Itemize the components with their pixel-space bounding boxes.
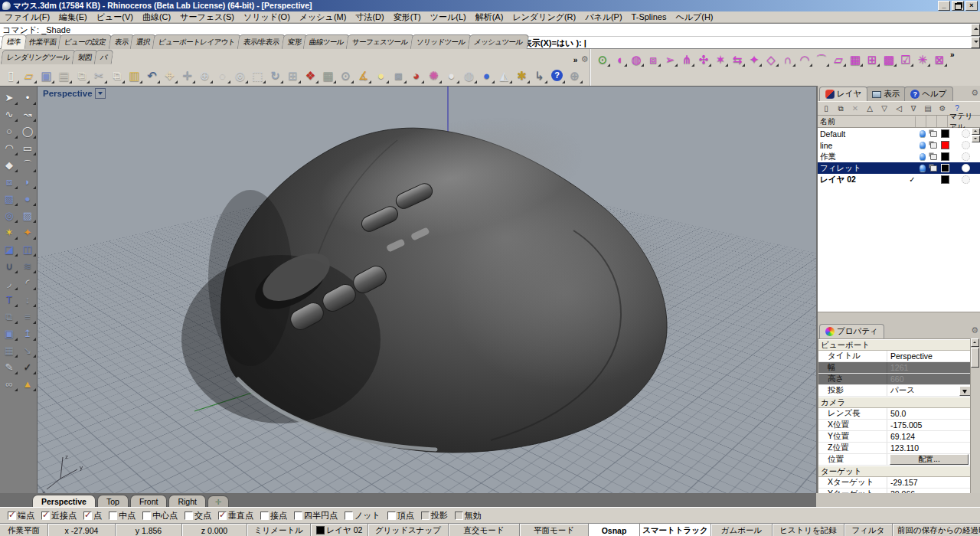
layer-color-swatch[interactable] <box>939 164 951 172</box>
layer-row[interactable]: フィレット <box>818 162 980 174</box>
pyramid-tool-button[interactable]: ▲ <box>18 375 37 392</box>
help-button[interactable]: ? <box>548 66 566 84</box>
polyline-tool-button[interactable]: ∿ <box>0 106 18 123</box>
display-rendered-sphere-button[interactable]: ● <box>478 66 495 84</box>
ts-star-pattern-button[interactable]: ✶ <box>712 51 729 67</box>
property-value[interactable]: -29.157 <box>887 478 971 487</box>
properties-scrollbar[interactable] <box>970 338 980 508</box>
toolbar-tab[interactable]: レンダリングツール <box>1 50 77 64</box>
tab-help[interactable]: ?ヘルプ <box>904 87 952 101</box>
ts-arch-button[interactable]: ∩ <box>779 51 796 67</box>
checkbox[interactable] <box>294 511 302 520</box>
layer-visibility-bulb-icon[interactable] <box>917 153 928 160</box>
toolbar-tab[interactable]: サーフェスツール <box>346 34 414 49</box>
layer-tools-button[interactable]: ⚙ <box>936 103 949 114</box>
arc-tool-button[interactable]: ◠ <box>0 139 18 156</box>
layer-material-circle[interactable] <box>951 164 980 172</box>
status-cell[interactable]: x -27.904 <box>47 524 115 536</box>
property-value[interactable]: -175.005 <box>887 420 971 430</box>
command-scroll-up-icon[interactable] <box>971 24 980 36</box>
zoom-selected-button[interactable]: ◎ <box>231 66 249 84</box>
checkbox[interactable] <box>83 511 92 520</box>
toolbar-tab[interactable]: メッシュツール <box>467 34 528 49</box>
restore-button[interactable] <box>952 1 964 11</box>
status-cell[interactable]: z 0.000 <box>181 524 247 536</box>
layer-row[interactable]: Default <box>818 128 980 139</box>
shaded-display-button[interactable]: ◕ <box>407 66 425 84</box>
status-cell[interactable]: ガムボール <box>710 524 772 536</box>
osnap-checkbox-item[interactable]: 交点 <box>185 510 211 521</box>
layer-visibility-bulb-icon[interactable] <box>917 130 928 137</box>
ts-propeller-button[interactable]: ✣ <box>695 51 712 67</box>
layer-panel-gear-icon[interactable]: ⚙ <box>971 88 978 98</box>
ts-branch-button[interactable]: ⋔ <box>678 51 695 67</box>
ts-swap-button[interactable]: ⇆ <box>729 51 746 67</box>
align-tool-button[interactable]: ≡ <box>18 308 37 325</box>
ts-thicken-button[interactable]: ▦ <box>847 51 864 67</box>
toolbar-gear-icon[interactable]: ⚙ <box>580 54 590 64</box>
layer-row[interactable]: line <box>818 139 980 151</box>
osnap-checkbox-item[interactable]: 中点 <box>109 510 136 521</box>
place-button[interactable]: 配置... <box>890 454 969 465</box>
ts-crease-button[interactable]: ◠ <box>796 51 813 67</box>
move-layer-down-button[interactable]: ▽ <box>877 103 891 114</box>
menu-item[interactable]: ツール(L) <box>426 11 471 23</box>
rectangle-tool-button[interactable]: ▭ <box>18 139 37 156</box>
layer-material-circle[interactable] <box>951 175 980 184</box>
layer-color-swatch[interactable] <box>939 141 951 149</box>
blend-curve-tool-button[interactable]: ⌒ <box>18 156 37 173</box>
ts-box-cage-button[interactable]: ⧈ <box>645 51 662 67</box>
radius-analyze-button[interactable]: ⊙ <box>337 66 354 84</box>
scale-tool-button[interactable]: ↘ <box>18 342 37 358</box>
new-layer-button[interactable]: ▯ <box>819 103 833 114</box>
spotlight-button[interactable]: ◭ <box>495 66 513 84</box>
print-button[interactable]: ▤ <box>55 66 73 84</box>
properties-panel-gear-icon[interactable]: ⚙ <box>971 325 978 335</box>
crosshair-button[interactable]: ⊕ <box>566 66 583 84</box>
status-cell[interactable]: y 1.856 <box>115 524 181 536</box>
layer-color-swatch[interactable] <box>939 175 951 184</box>
osnap-checkbox-item[interactable]: 接点 <box>260 510 287 521</box>
pan-view-button[interactable]: ✥ <box>161 66 178 84</box>
toolbar-tab[interactable]: ビューの設定 <box>58 34 113 49</box>
select-arrow-button[interactable]: ➤ <box>0 89 18 106</box>
lock-objects-button[interactable]: ◙ <box>390 66 407 84</box>
polygon-tool-button[interactable]: ◆ <box>0 156 18 173</box>
torus-tool-button[interactable]: ◎ <box>0 207 18 224</box>
status-cell[interactable]: フィルタ <box>844 524 892 536</box>
layer-lock-icon[interactable] <box>928 131 939 137</box>
toolbar-tab[interactable]: 作業平面 <box>22 34 62 49</box>
ts-grid-button[interactable]: ⊞ <box>864 51 880 67</box>
osnap-checkbox-item[interactable]: 四半円点 <box>294 510 338 521</box>
filter-layers-button[interactable]: ∇ <box>906 103 920 114</box>
viewport-menu-caret-icon[interactable] <box>95 88 106 99</box>
close-button[interactable]: × <box>965 1 978 11</box>
viewport-tab[interactable]: Top <box>97 495 129 507</box>
four-viewports-button[interactable]: ⊞ <box>284 66 302 84</box>
toolbar-tab[interactable]: 表示/非表示 <box>237 34 286 49</box>
viewport-title[interactable]: Perspective <box>43 89 93 98</box>
ts-polygon-button[interactable]: ✦ <box>746 51 763 67</box>
viewport-tab[interactable]: Perspective <box>32 495 96 507</box>
checkbox[interactable] <box>218 511 227 520</box>
render-button[interactable]: ❖ <box>302 66 319 84</box>
menu-item[interactable]: サーフェス(S) <box>175 11 239 23</box>
collapse-layers-button[interactable]: ◁ <box>892 103 906 114</box>
explode-tool-button[interactable]: ✶ <box>0 224 18 240</box>
mouse-3d-model[interactable]: x y z <box>38 87 816 493</box>
rotate-view-button[interactable]: ↻ <box>266 66 284 84</box>
record-history-button[interactable]: ↳ <box>531 66 548 84</box>
rendered-display-button[interactable]: ✺ <box>425 66 443 84</box>
ts-weld-check-button[interactable]: ☑ <box>897 51 914 67</box>
checkbox[interactable] <box>421 511 430 520</box>
menu-item[interactable]: ヘルプ(H) <box>671 11 717 23</box>
display-ghosted-sphere-button[interactable]: ◍ <box>460 66 478 84</box>
layer-lock-icon[interactable] <box>928 154 939 160</box>
layer-name[interactable]: line <box>818 141 907 150</box>
checkbox[interactable] <box>109 511 117 520</box>
layer-name[interactable]: レイヤ 02 <box>818 175 907 185</box>
checkbox[interactable] <box>185 511 193 520</box>
trim-tool-button[interactable]: ◪ <box>0 240 18 257</box>
delete-layer-button[interactable]: ✕ <box>848 103 862 114</box>
layer-name[interactable]: Default <box>818 129 907 139</box>
